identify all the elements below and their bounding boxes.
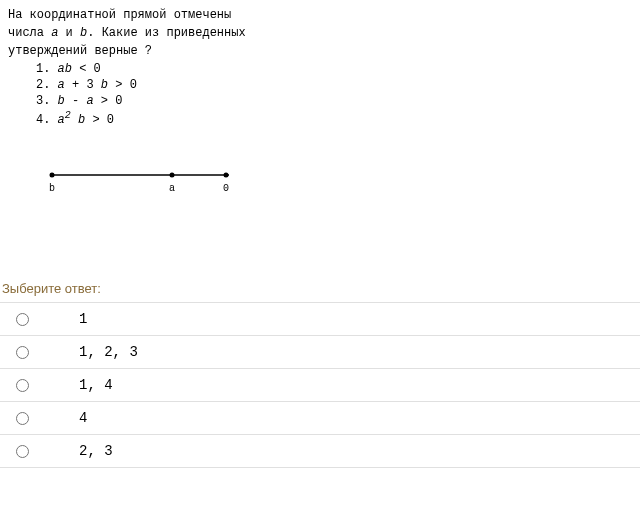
statements-list: 1. ab < 0 2. a + 3 b > 0 3. b - a > 0 4.… [8,62,632,127]
question-line-2: числа a и b. Какие из приведенных [8,24,632,42]
option-row[interactable]: 1 [0,302,640,335]
question-line-3: утверждений верные ? [8,42,632,60]
label-b: b [49,183,55,194]
option-label: 4 [79,410,87,426]
statement-3: 3. b - a > 0 [36,94,632,108]
exponent: 2 [65,110,71,121]
number-line-svg: b a 0 [44,167,244,197]
stmt-num: 1. [36,62,58,76]
question-block: На координатной прямой отмечены числа a … [0,0,640,201]
option-radio[interactable] [16,412,29,425]
var-a: a [58,62,65,76]
option-label: 2, 3 [79,443,113,459]
option-radio[interactable] [16,379,29,392]
option-label: 1 [79,311,87,327]
option-radio[interactable] [16,445,29,458]
statement-1: 1. ab < 0 [36,62,632,76]
stmt-op: - [65,94,87,108]
point-0-dot [224,173,229,178]
space [71,113,78,127]
question-text: На координатной прямой отмечены числа a … [8,6,632,60]
point-a-dot [170,173,175,178]
answer-prompt: Зыберите ответ: [0,281,640,296]
text-frag: числа [8,26,51,40]
option-row[interactable]: 2, 3 [0,434,640,468]
option-radio[interactable] [16,346,29,359]
stmt-num: 4. [36,113,58,127]
stmt-op: > 0 [108,78,137,92]
statement-4: 4. a2 b > 0 [36,110,632,127]
option-row[interactable]: 1, 4 [0,368,640,401]
number-line-diagram: b a 0 [44,167,632,201]
stmt-op: > 0 [85,113,114,127]
stmt-op: > 0 [94,94,123,108]
stmt-num: 2. [36,78,58,92]
text-frag: и [58,26,80,40]
question-line-1: На координатной прямой отмечены [8,6,632,24]
var-a: a [86,94,93,108]
option-row[interactable]: 4 [0,401,640,434]
option-row[interactable]: 1, 2, 3 [0,335,640,368]
option-label: 1, 4 [79,377,113,393]
text-frag: . Какие из приведенных [87,26,245,40]
options-list: 1 1, 2, 3 1, 4 4 2, 3 [0,302,640,468]
var-b: b [101,78,108,92]
label-0: 0 [223,183,229,194]
option-label: 1, 2, 3 [79,344,138,360]
stmt-op: + 3 [65,78,101,92]
label-a: a [169,183,175,194]
var-a: a [58,78,65,92]
point-b-dot [50,173,55,178]
option-radio[interactable] [16,313,29,326]
var-b: b [58,94,65,108]
var-a: a [58,113,65,127]
stmt-op: < 0 [72,62,101,76]
stmt-num: 3. [36,94,58,108]
statement-2: 2. a + 3 b > 0 [36,78,632,92]
var-b: b [65,62,72,76]
